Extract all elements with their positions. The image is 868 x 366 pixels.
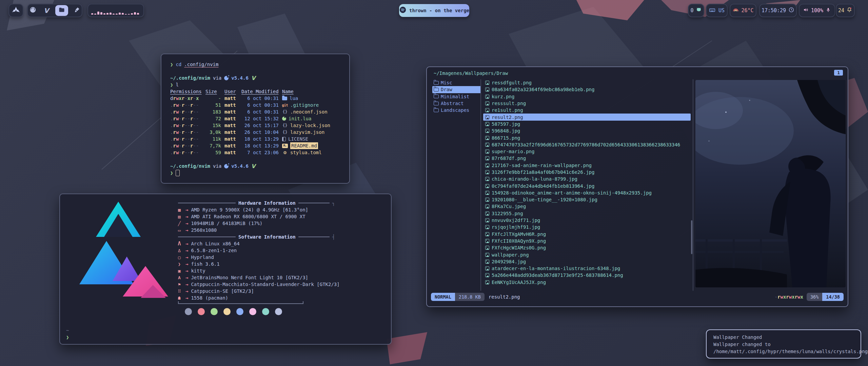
speaker-icon xyxy=(803,7,809,14)
file-row[interactable]: re1sult.png xyxy=(483,107,691,114)
file-row[interactable]: resssult.png xyxy=(483,100,691,107)
file-row[interactable]: EeNKYgIUcAAJ5JX.png xyxy=(483,279,691,286)
media-widget[interactable]: thrown - on the verge xyxy=(399,4,469,17)
file-row[interactable]: rsjqojlmjhf91.jpg xyxy=(483,224,691,230)
file-name: README.md xyxy=(290,142,318,149)
file-row[interactable]: 587597.jpg xyxy=(483,121,691,127)
file-row[interactable]: 0c794faf07de24a4db4d4fb1eb813964.jpg xyxy=(483,182,691,189)
file-row[interactable]: 19201080-__blue-tinge__-1920×1080.jpg xyxy=(483,196,691,203)
file-name: FXfcII0X0AQyn9X.png xyxy=(492,238,546,244)
hardware-icon xyxy=(176,220,183,227)
arrow-icon: → xyxy=(185,254,188,261)
terminal-window[interactable]: ❯ cd .config/nvim ~/.config/nvim via v5.… xyxy=(161,54,350,184)
image-file-icon xyxy=(485,191,489,195)
file-row[interactable]: FXfcII0X0AQyn9X.png xyxy=(483,238,691,244)
file-row[interactable]: chica-mirando-la-luna-8799.jpg xyxy=(483,176,691,182)
file-row[interactable]: 68747470733a2f2f696d616765732d7769786d70… xyxy=(483,141,691,148)
palette-color-dot xyxy=(223,308,231,315)
file-row[interactable]: result2.png xyxy=(483,114,691,120)
file-row[interactable]: 5a266e448add93deab367d87173e9f25-6837886… xyxy=(483,272,691,279)
file-row[interactable]: 3122955.png xyxy=(483,210,691,217)
volume-widget[interactable]: 100% xyxy=(799,4,835,17)
file-row[interactable]: 866715.png xyxy=(483,134,691,141)
file-owner: matt xyxy=(224,115,238,122)
hardware-info-row: → AMD Ryzen 9 5900X (24) @ 4.9GHz [61.3°… xyxy=(176,206,384,213)
file-row[interactable]: nnvuv0xj2df71.jpg xyxy=(483,217,691,224)
software-icon xyxy=(176,240,183,247)
vim-button[interactable]: V xyxy=(42,6,51,15)
github-widget[interactable]: 0 xyxy=(688,4,704,17)
file-row[interactable]: 20492984.jpg xyxy=(483,258,691,265)
file-row[interactable]: 08a634fa02a32364f69ebc86a98eb1eb.png xyxy=(483,86,691,93)
file-name: 08a634fa02a32364f69ebc86a98eb1eb.png xyxy=(492,87,594,92)
software-value: 6.5.8-zen1-1-zen xyxy=(191,247,237,254)
file-size: 15k xyxy=(205,122,221,129)
image-file-icon xyxy=(485,184,489,188)
software-icon xyxy=(176,274,183,281)
visualizer-bar xyxy=(119,13,121,15)
notification-popup[interactable]: Wallpaper Changed Wallpaper changed to /… xyxy=(706,329,861,359)
file-row[interactable]: 154928-odinokoe_anime-art-anime-okno-sin… xyxy=(483,189,691,196)
file-date: 7 oct 23:06 xyxy=(241,149,279,156)
prompt-symbol: ❯ xyxy=(170,61,173,68)
file-size: 183 xyxy=(205,108,221,115)
launcher-button[interactable] xyxy=(8,4,23,17)
file-type-icon xyxy=(282,97,287,100)
software-icon xyxy=(176,254,183,261)
firefox-button[interactable] xyxy=(28,6,38,15)
file-row[interactable]: 87r687df.png xyxy=(483,155,691,162)
file-owner: matt xyxy=(224,95,238,102)
keyboard-layout-widget[interactable]: US xyxy=(706,4,728,17)
tab-badge[interactable]: 1 xyxy=(834,70,843,76)
sidebar-folder-label: Draw xyxy=(441,87,452,92)
input-line[interactable]: ❯ xyxy=(170,169,340,176)
prompt-symbol: ❯ xyxy=(66,334,69,341)
file-manager-window[interactable]: ~/Imagenes/Wallpapers/Draw 1 Misc Draw M… xyxy=(426,66,848,307)
files-button[interactable] xyxy=(55,5,68,16)
file-row[interactable]: ressdfgult.png xyxy=(483,79,691,86)
image-file-icon xyxy=(485,260,489,264)
arrow-icon: → xyxy=(185,206,188,213)
file-row[interactable]: 3126f7e9bbf21a8a4af0b67b041c6e26.jpg xyxy=(483,169,691,176)
sidebar-folder-item[interactable]: Abstract xyxy=(432,100,481,107)
shell-prompt[interactable]: ~ ❯ xyxy=(66,327,69,341)
software-icon xyxy=(176,267,183,274)
software-value: kitty xyxy=(191,267,205,274)
file-date: 6 oct 00:31 xyxy=(241,102,279,108)
file-row[interactable]: 596848.jpg xyxy=(483,127,691,134)
scrollbar-thumb[interactable] xyxy=(691,220,692,254)
file-permissions: -rwxrwxrwx xyxy=(775,294,803,300)
prompt-path: ~/.config/nvim xyxy=(170,163,210,169)
file-size: - xyxy=(205,95,221,102)
hardware-info-row: → AMD ATI Radeon RX 6800/6800 XT / 6900 … xyxy=(176,213,384,220)
file-name: .neoconf.json xyxy=(290,108,328,115)
audio-visualizer-widget[interactable] xyxy=(87,4,144,17)
file-row[interactable]: wallpaper.png xyxy=(483,251,691,258)
file-name: 154928-odinokoe_anime-art-anime-okno-sin… xyxy=(492,190,652,196)
file-row[interactable]: 8FKa7Cu.jpeg xyxy=(483,203,691,210)
sidebar-folder-item[interactable]: Landscapes xyxy=(432,107,481,114)
sidebar-folder-item[interactable]: Minimalist xyxy=(432,93,481,100)
scroll-percent-badge: 36% xyxy=(807,293,822,301)
weather-widget[interactable]: 26°C xyxy=(730,4,756,17)
visualizer-bar xyxy=(103,13,105,15)
fetch-window[interactable]: Hardware Information ┐ → AMD Ryzen 9 590… xyxy=(59,194,392,345)
file-row[interactable]: FXfcJlTXgAMvH6R.png xyxy=(483,231,691,238)
paint-button[interactable] xyxy=(72,6,82,15)
sidebar-folder-item[interactable]: Draw xyxy=(432,86,481,93)
notifications-widget[interactable]: 24 xyxy=(836,4,855,17)
image-file-icon xyxy=(485,204,489,208)
file-row[interactable]: 217167-sad-anime-rain-wallpaper.png xyxy=(483,162,691,169)
file-type-icon xyxy=(282,123,288,128)
file-row[interactable]: super-mario.png xyxy=(483,148,691,155)
file-size: 72 xyxy=(205,115,221,122)
file-row[interactable]: kurz.png xyxy=(483,93,691,100)
sidebar-folder-item[interactable]: Misc xyxy=(432,79,481,86)
software-value: 1558 (pacman) xyxy=(191,294,228,301)
file-name: 3126f7e9bbf21a8a4af0b67b041c6e26.jpg xyxy=(492,169,594,175)
visualizer-bar xyxy=(134,12,136,15)
file-row[interactable]: FXfcHgcWIAMzs0G.png xyxy=(483,244,691,251)
visualizer-bar xyxy=(122,13,124,15)
clock-widget[interactable]: 17:50:29 xyxy=(759,4,797,17)
file-row[interactable]: atardecer-en-la-montanas-ilustracion-634… xyxy=(483,265,691,272)
